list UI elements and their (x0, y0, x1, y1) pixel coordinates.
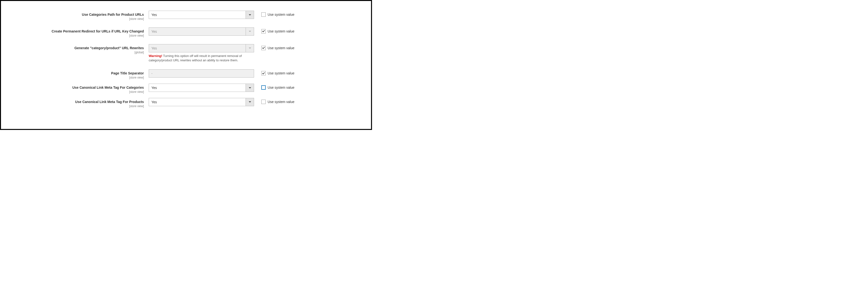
title-separator-input: - (149, 69, 254, 78)
select-value: Yes (151, 86, 157, 90)
field-label-col: Use Canonical Link Meta Tag For Products… (1, 98, 149, 108)
field-control-col: Yes (149, 84, 254, 92)
field-scope: [store view] (1, 90, 144, 93)
field-row-permanent-redirect: Create Permanent Redirect for URLs if UR… (1, 27, 371, 37)
use-system-value-checkbox[interactable] (261, 71, 266, 75)
canonical-categories-select[interactable]: Yes (149, 84, 254, 92)
use-system-value-checkbox[interactable] (261, 12, 266, 17)
dropdown-caret (246, 11, 254, 19)
use-system-value-label[interactable]: Use system value (268, 46, 294, 50)
check-icon (262, 72, 265, 74)
check-icon (262, 46, 265, 49)
use-system-value-checkbox[interactable] (261, 29, 266, 33)
select-value: Yes (151, 13, 157, 17)
permanent-redirect-select: Yes (149, 27, 254, 36)
field-label: Use Categories Path for Product URLs (1, 12, 144, 17)
dropdown-caret (246, 98, 254, 106)
warning-prefix: Warning! (149, 54, 162, 58)
system-value-col: Use system value (254, 69, 294, 75)
field-row-canonical-products: Use Canonical Link Meta Tag For Products… (1, 98, 371, 108)
system-value-col: Use system value (254, 27, 294, 33)
field-control-col: Yes (149, 11, 254, 19)
canonical-products-select[interactable]: Yes (149, 98, 254, 106)
use-system-value-label[interactable]: Use system value (268, 71, 294, 75)
field-label-col: Use Canonical Link Meta Tag For Categori… (1, 84, 149, 93)
caret-down-icon (249, 14, 251, 16)
use-system-value-checkbox[interactable] (261, 85, 266, 90)
system-value-col: Use system value (254, 44, 294, 50)
use-system-value-label[interactable]: Use system value (268, 86, 294, 89)
field-note: Warning! Turning this option off will re… (149, 54, 249, 62)
field-row-title-separator: Page Title Separator [store view] - Use … (1, 69, 371, 79)
use-system-value-label[interactable]: Use system value (268, 100, 294, 104)
use-system-value-label[interactable]: Use system value (268, 29, 294, 33)
field-label: Use Canonical Link Meta Tag For Products (1, 100, 144, 104)
categories-path-select[interactable]: Yes (149, 11, 254, 19)
system-value-col: Use system value (254, 84, 294, 90)
dropdown-caret (246, 44, 254, 52)
dropdown-caret (246, 28, 254, 35)
field-scope: [store view] (1, 34, 144, 37)
caret-down-icon (249, 48, 251, 49)
use-system-value-checkbox[interactable] (261, 46, 266, 50)
field-scope: [global] (1, 51, 144, 54)
use-system-value-label[interactable]: Use system value (268, 12, 294, 17)
check-icon (262, 30, 265, 32)
caret-down-icon (249, 101, 251, 103)
field-row-generate-rewrites: Generate "category/product" URL Rewrites… (1, 44, 371, 62)
field-label: Use Canonical Link Meta Tag For Categori… (1, 85, 144, 90)
field-scope: [store view] (1, 17, 144, 21)
field-label: Generate "category/product" URL Rewrites (1, 46, 144, 50)
field-label-col: Page Title Separator [store view] (1, 69, 149, 79)
select-value: Yes (151, 100, 157, 104)
field-scope: [store view] (1, 105, 144, 108)
field-label: Page Title Separator (1, 71, 144, 76)
select-value: Yes (151, 30, 157, 33)
field-label-col: Use Categories Path for Product URLs [st… (1, 11, 149, 21)
field-control-col: - (149, 69, 254, 78)
field-control-col: Yes Warning! Turning this option off wil… (149, 44, 254, 62)
field-control-col: Yes (149, 98, 254, 106)
config-panel: Use Categories Path for Product URLs [st… (0, 0, 372, 130)
field-scope: [store view] (1, 76, 144, 79)
field-label: Create Permanent Redirect for URLs if UR… (1, 29, 144, 34)
dropdown-caret (246, 84, 254, 92)
field-label-col: Create Permanent Redirect for URLs if UR… (1, 27, 149, 37)
field-control-col: Yes (149, 27, 254, 36)
caret-down-icon (249, 31, 251, 32)
system-value-col: Use system value (254, 11, 294, 17)
input-value: - (151, 72, 153, 75)
system-value-col: Use system value (254, 98, 294, 104)
generate-rewrites-select: Yes (149, 44, 254, 52)
warning-text: Turning this option off will result in p… (149, 54, 242, 62)
field-row-categories-path: Use Categories Path for Product URLs [st… (1, 11, 371, 21)
field-row-canonical-categories: Use Canonical Link Meta Tag For Categori… (1, 84, 371, 93)
caret-down-icon (249, 87, 251, 88)
select-value: Yes (151, 46, 157, 50)
field-label-col: Generate "category/product" URL Rewrites… (1, 44, 149, 54)
use-system-value-checkbox[interactable] (261, 100, 266, 104)
